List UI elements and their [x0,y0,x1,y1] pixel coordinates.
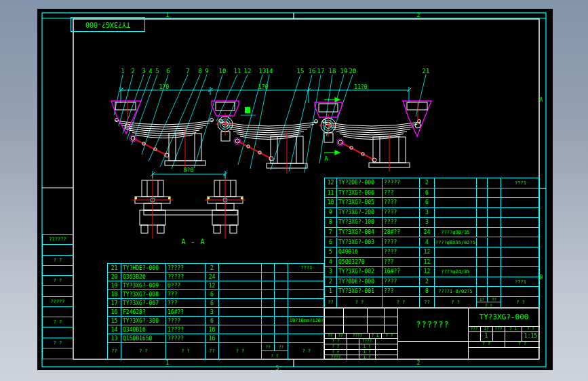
bom-cell-material [435,188,477,199]
section-view-aa [132,171,246,239]
bom-cell-remark [501,228,540,238]
bom-cell-name: ??? [383,188,420,199]
grid-line [325,325,397,325]
bom-cell-remark: ???1 [501,178,540,188]
zone-label-bottom-1: 1 [163,360,172,366]
suspension-assembly-view [111,98,431,174]
corner-drawing-number: TY?3XG?-000 [71,17,145,32]
bom-cell-x2 [488,188,501,199]
callout-number-6: 6 [163,68,174,75]
left-strip-cell [43,286,73,296]
titleblock-rev-cell: ? ? [325,338,347,344]
titleblock-info-value [468,332,480,341]
bom-cell-material [219,299,262,308]
bom-cell-name: U??? [166,281,205,290]
left-strip-cell: ? ? [43,317,73,327]
bom-cell-x1 [477,258,488,268]
titleblock-grid: ????????? 1? ?? ?????? ?1 !? r1 ?????1 ?… [325,308,538,359]
leaf-stack-1 [115,121,213,138]
bom-cell-qty: 24 [205,273,219,281]
bom-cell-x2 [488,238,501,248]
bom-cell-qty: 8 [420,287,435,297]
bom-table-left: 21TY?HDE?-000?????2???120Q363B26?????241… [107,263,324,359]
bom-cell-material: ????1-8/02?5 [435,287,477,297]
bom-cell-x1 [262,334,275,343]
bom-cell-name: ???? [383,238,420,248]
callout-number-17: 17 [315,68,326,75]
bom-cell-material [219,308,262,317]
bom-cell-x2 [488,277,501,287]
bom-cell-code: TY?3XG?-007 [121,299,166,308]
bom-header-cell: ? ? [435,297,477,308]
titleblock-rev-cell: ???? [359,338,375,344]
bom-cell-qty: 2 [420,277,435,287]
bom-cell-material [219,317,262,325]
bom-cell-x2 [488,218,501,228]
bom-cell-x1 [262,317,275,325]
titleblock-info-header: 1? [480,326,492,332]
grid-line [347,338,347,360]
titleblock-rev-cell: 1 ! [359,344,375,349]
zone-label-top-2: 2 [414,12,423,18]
grid-line [468,341,540,342]
bom-cell-qty: 3 [420,208,435,218]
bom-cell-x1 [262,325,275,334]
bom-cell-x1 [477,228,488,238]
left-signature-strip: ??????? ?? ??????? ?? ? [42,234,73,359]
bom-cell-qty: 12 [420,267,435,277]
bom-cell-material [219,290,262,299]
bom-cell-x1 [477,188,488,199]
grid-line [505,341,505,347]
titleblock-sig-cell: ? 1 [369,333,381,338]
bom-cell-material [435,258,477,268]
titleblock-info-header: ??? [492,326,505,332]
grid-line [367,308,368,333]
bom-cell-x2 [275,325,288,334]
bom-cell-code: Q5003270 [337,258,383,268]
bom-cell-x1 [477,238,488,248]
left-strip-cell [43,245,73,255]
grid-line [343,308,344,333]
titleblock-rev-cell: ???? [325,355,347,360]
bom-cell-remark [501,198,540,208]
bom-cell-material [219,281,262,290]
bom-cell-seq: 14 [108,325,121,334]
callout-number-2: 2 [128,68,138,75]
bom-cell-code: TY?3XG?-008 [121,290,166,299]
left-strip-cell: ? ? [43,338,73,348]
bom-cell-code: TY?3XG?-003 [337,238,383,248]
bom-header-cell: ?? [205,343,219,360]
zone-label-right-a: A [537,97,545,103]
bom-cell-material: ????φ24/35 [435,267,477,277]
bom-cell-code: Q150B1650 [121,334,166,343]
bom-cell-seq: 7 [325,228,337,238]
bom-cell-material [435,178,477,188]
bom-cell-code: TY?3XG?-001 [337,287,383,297]
callout-number-18: 18 [327,68,338,75]
bom-cell-x1 [477,198,488,208]
bom-cell-seq: 19 [108,281,121,290]
bom-header-cell: ? ? [166,343,205,360]
bom-header-cell: ? ? [501,297,540,308]
grid-line [468,347,540,348]
title-block: ?????? TY?3XG?-000 ? ? ? ? ????????? 1? … [324,308,539,359]
bom-cell-code: TY?3XG?-300 [121,317,166,325]
bom-cell-x2 [488,247,501,258]
bom-cell-name: 16#?? [166,308,205,317]
bom-header-cell: ?? [325,297,337,308]
callout-number-15: 15 [295,68,306,75]
bom-cell-x1 [477,247,488,258]
titleblock-rev-cell: ? ? [325,344,347,349]
bom-cell-seq: 5 [325,247,337,258]
bom-cell-remark [501,287,540,297]
bom-cell-x1 [262,281,275,290]
titleblock-rev-cell: ? r [325,349,347,355]
plot-mark: 5 [274,366,281,372]
bom-cell-seq: 16 [108,308,121,317]
bom-cell-qty: 3 [420,218,435,228]
leaf-eyes [115,119,421,123]
titleblock-info-header: ? 1 [505,326,522,332]
bom-cell-seq: 9 [325,208,337,218]
bom-cell-remark: 10?16mm?126? [288,317,325,325]
cad-viewer-window: TY?3XG?-000 1 2 1 2 A B 5 12345678910111… [0,0,588,381]
